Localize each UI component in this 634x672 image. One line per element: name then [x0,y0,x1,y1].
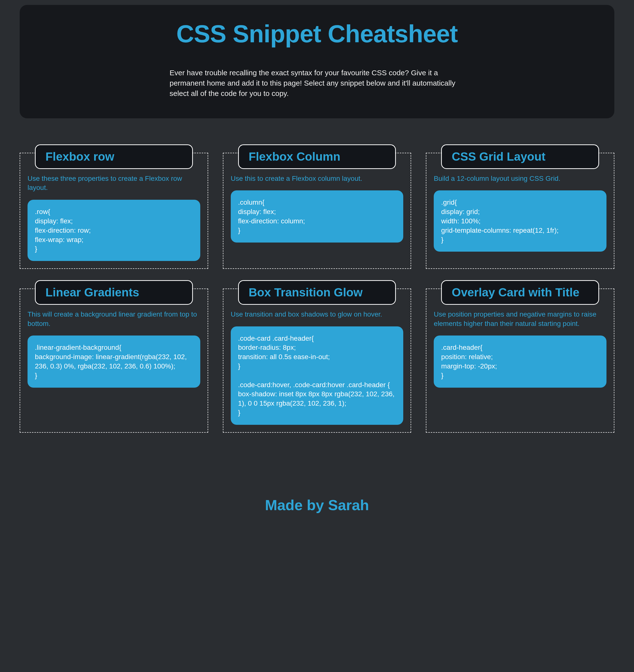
code-block[interactable]: .card-header{ position: relative; margin… [434,335,607,388]
card-header: Overlay Card with Title [441,280,599,305]
card-title: Overlay Card with Title [452,285,588,300]
card-title: Linear Gradients [46,285,182,300]
card-header: Linear Gradients [35,280,193,305]
card-description: Use transition and box shadows to glow o… [231,310,404,319]
snippet-card-css-grid: CSS Grid Layout Build a 12-column layout… [426,153,614,269]
code-block[interactable]: .grid{ display: grid; width: 100%; grid-… [434,190,607,252]
card-title: CSS Grid Layout [452,149,588,164]
snippet-card-flexbox-column: Flexbox Column Use this to create a Flex… [223,153,411,269]
card-description: This will create a background linear gra… [27,310,200,328]
card-header: Box Transition Glow [238,280,396,305]
code-block[interactable]: .code-card .card-header{ border-radius: … [231,326,404,425]
card-description: Build a 12-column layout using CSS Grid. [434,174,607,183]
code-block[interactable]: .column{ display: flex; flex-direction: … [231,190,404,242]
page-root: CSS Snippet Cheatsheet Ever have trouble… [0,0,634,538]
card-header: Flexbox Column [238,144,396,169]
header-box: CSS Snippet Cheatsheet Ever have trouble… [20,5,614,118]
code-block[interactable]: .linear-gradient-background{ background-… [27,335,200,388]
card-title: Box Transition Glow [249,285,386,300]
card-title: Flexbox row [46,149,182,164]
card-description: Use position properties and negative mar… [434,310,607,328]
snippet-card-box-transition-glow: Box Transition Glow Use transition and b… [223,288,411,433]
card-header: Flexbox row [35,144,193,169]
card-description: Use these three properties to create a F… [27,174,200,192]
cards-grid: Flexbox row Use these three properties t… [20,153,614,433]
card-description: Use this to create a Flexbox column layo… [231,174,404,183]
snippet-card-flexbox-row: Flexbox row Use these three properties t… [20,153,208,269]
snippet-card-linear-gradients: Linear Gradients This will create a back… [20,288,208,433]
snippet-card-overlay-card: Overlay Card with Title Use position pro… [426,288,614,433]
page-title: CSS Snippet Cheatsheet [34,20,600,48]
footer-credit: Made by Sarah [20,496,614,538]
page-subtitle: Ever have trouble recalling the exact sy… [120,68,514,99]
card-title: Flexbox Column [249,149,386,164]
code-block[interactable]: .row{ display: flex; flex-direction: row… [27,200,200,261]
card-header: CSS Grid Layout [441,144,599,169]
